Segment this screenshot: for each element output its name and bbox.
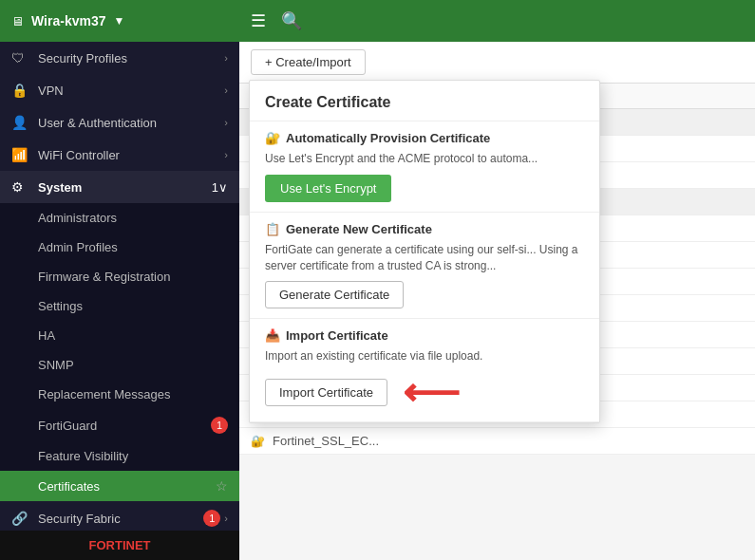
sidebar-item-label: Admin Profiles: [38, 240, 118, 254]
sidebar-item-label: VPN: [38, 84, 224, 98]
generate-cert-desc: FortiGate can generate a certificate usi…: [265, 242, 584, 274]
sidebar-item-ha[interactable]: HA: [0, 321, 239, 350]
sidebar-item-replacement-messages[interactable]: Replacement Messages: [0, 380, 239, 409]
wifi-icon: 📶: [11, 147, 30, 162]
generate-icon: 📋: [265, 222, 280, 236]
sidebar-item-user-auth[interactable]: 👤 User & Authentication ›: [0, 106, 239, 139]
sidebar-item-label: WiFi Controller: [38, 148, 224, 162]
provision-icon: 🔐: [265, 131, 280, 145]
fortiguard-badge: 1: [211, 417, 228, 434]
search-icon[interactable]: 🔍: [281, 10, 302, 31]
sidebar: 🖥 Wira-kvm37 ▼ 🛡 Security Profiles › 🔒 V…: [0, 0, 239, 560]
sidebar-item-label: Administrators: [38, 211, 117, 225]
sidebar-menu: 🛡 Security Profiles › 🔒 VPN › 👤 User & A…: [0, 42, 239, 531]
security-profiles-icon: 🛡: [11, 50, 30, 65]
device-name: Wira-kvm37: [31, 13, 105, 28]
sidebar-item-label: FortiGuard: [38, 419, 97, 433]
sidebar-item-wifi[interactable]: 📶 WiFi Controller ›: [0, 139, 239, 171]
content-toolbar: + Create/Import: [239, 42, 755, 84]
vpn-icon: 🔒: [11, 83, 30, 98]
import-icon: 📥: [265, 328, 280, 343]
sidebar-item-settings[interactable]: Settings: [0, 291, 239, 321]
sidebar-footer: FORTINET: [0, 531, 239, 560]
sidebar-item-label: HA: [38, 328, 55, 343]
auto-provision-section: 🔐 Automatically Provision Certificate Us…: [250, 121, 599, 213]
device-header[interactable]: 🖥 Wira-kvm37 ▼: [11, 13, 124, 28]
sidebar-item-feature-visibility[interactable]: Feature Visibility: [0, 441, 239, 471]
chevron-down-icon: ∨: [218, 180, 228, 195]
cert-icon: 🔐: [251, 435, 265, 448]
create-certificate-panel: Create Certificate 🔐 Automatically Provi…: [249, 80, 600, 423]
sidebar-item-security-profiles[interactable]: 🛡 Security Profiles ›: [0, 42, 239, 74]
auto-provision-title: 🔐 Automatically Provision Certificate: [265, 131, 584, 145]
sidebar-item-label: SNMP: [38, 358, 74, 372]
chevron-right-icon: ›: [224, 149, 228, 160]
red-arrow-icon: ⟵: [403, 372, 460, 412]
main-toolbar: ☰ 🔍: [239, 0, 755, 42]
sidebar-item-certificates[interactable]: Certificates ☆: [0, 471, 239, 501]
import-cert-title: 📥 Import Certificate: [265, 328, 584, 343]
sidebar-item-label: System: [38, 180, 212, 195]
security-fabric-badge: 1: [203, 510, 220, 527]
sidebar-item-label: Feature Visibility: [38, 449, 128, 463]
create-import-button[interactable]: + Create/Import: [251, 49, 366, 75]
generate-cert-title: 📋 Generate New Certificate: [265, 222, 584, 236]
sidebar-header: 🖥 Wira-kvm37 ▼: [0, 0, 239, 42]
sidebar-item-security-fabric[interactable]: 🔗 Security Fabric 1 ›: [0, 501, 239, 531]
sidebar-item-label: Security Fabric: [38, 512, 203, 526]
sidebar-item-fortiguard[interactable]: FortiGuard 1: [0, 409, 239, 441]
sidebar-item-admin-profiles[interactable]: Admin Profiles: [0, 233, 239, 262]
system-submenu: Administrators Admin Profiles Firmware &…: [0, 203, 239, 501]
chevron-right-icon: ›: [224, 513, 228, 524]
sidebar-item-label: User & Authentication: [38, 116, 224, 130]
user-icon: 👤: [11, 115, 30, 130]
sidebar-item-administrators[interactable]: Administrators: [0, 203, 239, 233]
fortinet-logo: FORTINET: [89, 538, 151, 552]
device-icon: 🖥: [11, 14, 24, 28]
generate-certificate-button[interactable]: Generate Certificate: [265, 281, 404, 308]
panel-title: Create Certificate: [250, 81, 599, 121]
main-content: ☰ 🔍 + Create/Import Name ⇅ ☐ Local CA Ce…: [239, 0, 755, 560]
hamburger-icon[interactable]: ☰: [251, 10, 266, 31]
content-area: + Create/Import Name ⇅ ☐ Local CA Certif…: [239, 42, 755, 560]
system-badge: 1: [212, 180, 218, 195]
sidebar-item-label: Settings: [38, 299, 83, 313]
sidebar-item-snmp[interactable]: SNMP: [0, 350, 239, 380]
sidebar-item-label: Certificates: [38, 479, 100, 494]
sidebar-item-system[interactable]: ⚙ System 1 ∨: [0, 171, 239, 203]
use-lets-encrypt-button[interactable]: Use Let's Encrypt: [265, 175, 391, 202]
sidebar-item-label: Security Profiles: [38, 51, 224, 65]
chevron-right-icon: ›: [224, 52, 228, 64]
generate-cert-section: 📋 Generate New Certificate FortiGate can…: [250, 213, 599, 320]
sidebar-item-label: Replacement Messages: [38, 387, 170, 401]
sidebar-item-firmware[interactable]: Firmware & Registration: [0, 262, 239, 291]
import-cert-section: 📥 Import Certificate Import an existing …: [250, 319, 599, 422]
chevron-down-icon: ▼: [113, 14, 124, 28]
sidebar-item-vpn[interactable]: 🔒 VPN ›: [0, 74, 239, 106]
sidebar-item-label: Firmware & Registration: [38, 270, 170, 284]
import-cert-desc: Import an existing certificate via file …: [265, 348, 584, 364]
security-fabric-icon: 🔗: [11, 511, 30, 526]
chevron-right-icon: ›: [224, 117, 228, 128]
star-icon: ☆: [216, 478, 228, 494]
system-icon: ⚙: [11, 179, 30, 195]
chevron-right-icon: ›: [224, 84, 228, 96]
import-certificate-button[interactable]: Import Certificate: [265, 379, 387, 406]
table-row[interactable]: 🔐 Fortinet_SSL_EC...: [239, 428, 755, 455]
auto-provision-desc: Use Let's Encrypt and the ACME protocol …: [265, 151, 584, 167]
